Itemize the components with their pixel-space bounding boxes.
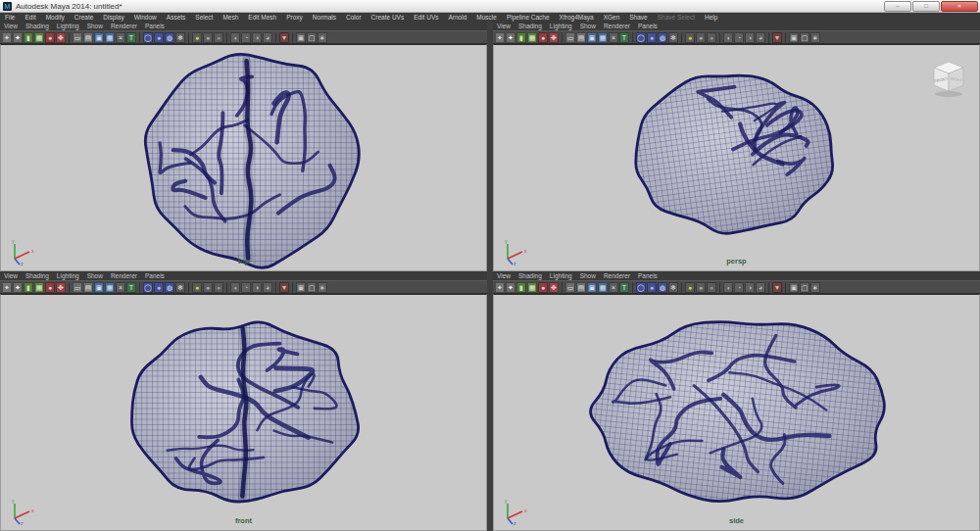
isolate-select-icon[interactable]: ▼ [279,32,289,43]
separator[interactable] [139,282,140,293]
panel-menu-item[interactable]: Panels [634,22,662,30]
menu-item[interactable]: Shave Select [653,13,700,22]
separator[interactable] [719,282,720,293]
selected-lights-icon[interactable]: ● [696,32,706,43]
screen-space-ao-icon[interactable]: ◔ [241,282,251,293]
select-camera-icon[interactable]: ✦ [2,282,12,293]
smooth-shade-mode-icon[interactable]: ● [154,282,164,293]
xray-mode-icon[interactable]: ▣ [789,282,799,293]
panel-menu-item[interactable]: Panels [141,22,169,30]
menu-item[interactable]: Pipeline Cache [502,13,555,22]
menu-item[interactable]: Window [129,13,162,22]
menu-item[interactable]: Proxy [281,13,308,22]
menu-item[interactable]: Select [190,13,218,22]
menu-item[interactable]: Edit UVs [409,13,443,22]
panel-menu-item[interactable]: Show [83,22,107,30]
gate-mask-icon[interactable]: ▣ [94,282,104,293]
screen-space-ao-icon[interactable]: ◔ [241,32,251,43]
grease-pencil-icon[interactable]: ∗ [810,32,820,43]
image-plane-icon[interactable]: ▦ [527,282,537,293]
menu-item[interactable]: File [0,13,20,22]
separator[interactable] [562,282,563,293]
default-lighting-icon[interactable]: ● [214,32,223,43]
all-lights-icon[interactable]: ● [685,32,695,43]
resolution-gate-icon[interactable]: ▤ [576,282,586,293]
use-default-material-icon[interactable]: ❄ [668,32,678,43]
film-gate-icon[interactable]: ▭ [565,282,575,293]
wireframe-mode-icon[interactable]: ◯ [143,32,153,43]
panel-menu-item[interactable]: Show [576,22,600,30]
image-plane-icon[interactable]: ▦ [34,282,44,293]
separator[interactable] [226,282,227,293]
isolate-select-icon[interactable]: ▼ [772,282,782,293]
lock-camera-icon[interactable]: ● [538,282,548,293]
menu-item[interactable]: Create [70,13,99,22]
menu-item[interactable]: Muscle [471,13,502,22]
viewport-side[interactable]: y x z side [493,294,980,531]
xray-joints-icon[interactable]: ▢ [307,282,317,293]
smooth-shade-mode-icon[interactable]: ● [154,32,164,43]
bookmarks-icon[interactable]: ▮ [24,282,33,293]
menu-item[interactable]: Help [700,13,722,22]
camera-attributes-icon[interactable]: ✦ [506,32,515,43]
select-camera-icon[interactable]: ✦ [495,282,505,293]
shadows-icon[interactable]: ◖ [723,282,733,293]
screen-space-ao-icon[interactable]: ◔ [734,282,744,293]
camera-attributes-icon[interactable]: ✦ [506,282,515,293]
image-plane-icon[interactable]: ▦ [527,32,537,43]
panel-menu-item[interactable]: Lighting [546,271,576,280]
separator[interactable] [681,282,682,293]
menu-item[interactable]: XGen [599,13,625,22]
lock-camera-icon[interactable]: ● [538,32,548,43]
separator[interactable] [768,32,769,43]
panel-menu-item[interactable]: Renderer [600,22,634,30]
bookmarks-icon[interactable]: ▮ [24,32,33,43]
field-chart-icon[interactable]: ▦ [598,282,608,293]
menu-item[interactable]: Xfrog4Maya [555,13,599,22]
all-lights-icon[interactable]: ● [192,282,202,293]
panel-menu-item[interactable]: Show [83,271,107,280]
shadows-icon[interactable]: ◖ [230,282,240,293]
menu-item[interactable]: Edit Mesh [243,13,281,22]
menu-item[interactable]: Edit [20,13,40,22]
panel-menu-item[interactable]: Lighting [546,22,576,30]
smooth-shade-mode-icon[interactable]: ● [647,282,657,293]
wireframe-mode-icon[interactable]: ◯ [143,282,153,293]
separator[interactable] [785,32,786,43]
gate-mask-icon[interactable]: ▣ [94,32,104,43]
default-lighting-icon[interactable]: ● [214,282,223,293]
resolution-gate-icon[interactable]: ▤ [576,32,586,43]
panel-menu-item[interactable]: Shading [22,22,53,30]
multisample-aa-icon[interactable]: ◕ [263,282,272,293]
menu-item[interactable]: Normals [308,13,341,22]
separator[interactable] [292,32,293,43]
menu-item[interactable]: Assets [162,13,191,22]
menu-item[interactable]: Create UVs [367,13,410,22]
smooth-shade-mode-icon[interactable]: ● [647,32,657,43]
select-camera-icon[interactable]: ✦ [2,32,12,43]
pan-zoom-icon[interactable]: ✥ [549,282,559,293]
panel-menu-item[interactable]: View [493,271,514,280]
safe-action-icon[interactable]: × [116,282,125,293]
multisample-aa-icon[interactable]: ◕ [263,32,272,43]
select-camera-icon[interactable]: ✦ [495,32,505,43]
panel-menu-item[interactable]: Lighting [53,271,83,280]
menu-item[interactable]: Display [98,13,128,22]
panel-menu-item[interactable]: View [0,22,22,30]
isolate-select-icon[interactable]: ▼ [279,282,289,293]
grease-pencil-icon[interactable]: ∗ [318,32,327,43]
panel-menu-item[interactable]: Panels [634,271,662,280]
film-gate-icon[interactable]: ▭ [73,32,82,43]
lock-camera-icon[interactable]: ● [45,32,55,43]
xray-joints-icon[interactable]: ▢ [800,282,809,293]
close-button[interactable]: × [941,1,978,12]
panel-menu-item[interactable]: Shading [22,271,53,280]
panel-menu-item[interactable]: Renderer [107,271,141,280]
panel-menu-item[interactable]: View [0,271,22,280]
separator[interactable] [632,32,633,43]
default-lighting-icon[interactable]: ● [707,282,716,293]
separator[interactable] [226,32,227,43]
separator[interactable] [69,282,70,293]
panel-menu-item[interactable]: Show [576,271,600,280]
selected-lights-icon[interactable]: ● [203,32,213,43]
